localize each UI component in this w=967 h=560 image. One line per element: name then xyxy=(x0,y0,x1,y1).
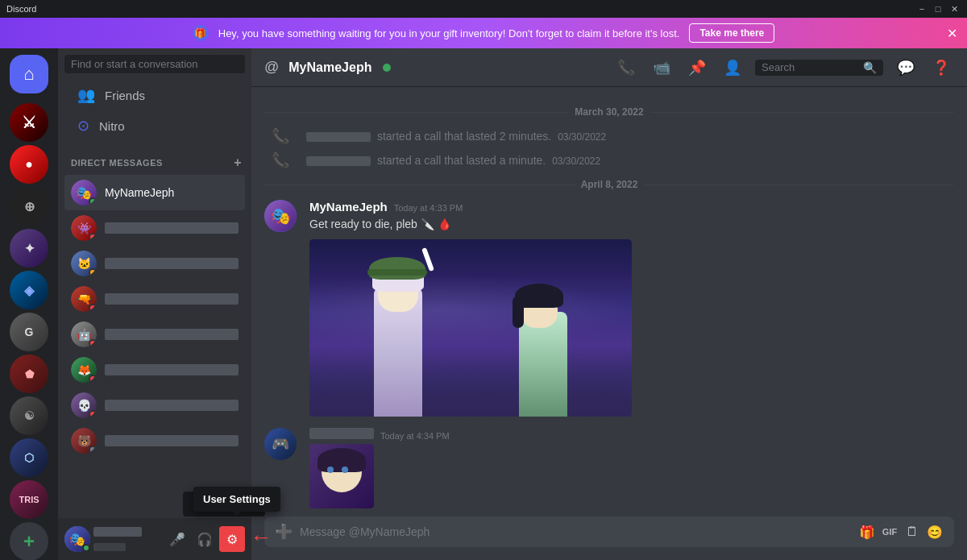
anime-image xyxy=(309,239,632,417)
add-file-button[interactable]: ➕ xyxy=(274,522,293,541)
date-divider-2: April 8, 2022 xyxy=(251,172,967,197)
chat-input[interactable] xyxy=(300,516,851,547)
dm-item-7[interactable]: 💀 xyxy=(64,388,245,423)
gif-button[interactable]: GIF xyxy=(880,522,899,541)
dm-avatar-5: 🤖 xyxy=(71,321,97,347)
chat-area: @ MyNameJeph 📞 📹 📌 👤 🔍 💬 ❓ March 30, 202… xyxy=(251,48,967,560)
system-text-2: started a call that lasted a minute. 03/… xyxy=(306,154,600,167)
banner-close-button[interactable]: ✕ xyxy=(947,26,957,41)
deafen-button[interactable]: 🎧 xyxy=(192,526,218,552)
chat-input-area: ➕ 🎁 GIF 🗒 😊 xyxy=(251,516,967,560)
message-time-2: Today at 4:34 PM xyxy=(380,431,450,441)
dm-item-active[interactable]: 🎭 MyNameJeph xyxy=(64,175,245,210)
gift-button[interactable]: 🎁 xyxy=(857,522,877,541)
user-avatar: 🎭 xyxy=(64,526,90,552)
header-search-input[interactable] xyxy=(762,61,858,73)
status-dot xyxy=(89,197,97,205)
message-avatar-1: 🎭 xyxy=(264,200,297,232)
server-icon-8[interactable]: ☯ xyxy=(10,396,48,435)
user-tag xyxy=(93,543,126,551)
chat-header-name: MyNameJeph xyxy=(288,60,371,75)
maximize-button[interactable]: □ xyxy=(932,2,944,15)
messages-area: March 30, 2022 📞 started a call that las… xyxy=(251,87,967,516)
nitro-icon: ⊙ xyxy=(77,117,89,135)
server-icon-7[interactable]: ⬟ xyxy=(10,355,48,393)
add-friend-button[interactable]: 👤 xyxy=(723,58,742,77)
status-dot-5 xyxy=(89,339,97,347)
header-search[interactable]: 🔍 xyxy=(755,60,883,76)
dm-avatar-2: 👾 xyxy=(71,215,97,241)
server-icon-6[interactable]: G xyxy=(10,313,48,351)
sticker-button[interactable]: 🗒 xyxy=(903,522,922,541)
message-avatar-2: 🎮 xyxy=(264,428,297,460)
dm-name-5 xyxy=(105,329,239,340)
call-icon-2: 📞 xyxy=(272,151,289,169)
dm-avatar-7: 💀 xyxy=(71,392,97,418)
add-server-button[interactable]: + xyxy=(10,522,48,560)
status-dot-4 xyxy=(89,304,97,312)
dm-item-4[interactable]: 🔫 xyxy=(64,281,245,317)
pin-button[interactable]: 📌 xyxy=(687,58,707,77)
main-layout: ⌂ ⚔ ● ⊕ ✦ ◈ G ⬟ ☯ ⬡ TRIS + xyxy=(0,48,967,560)
search-bar-area xyxy=(58,48,251,80)
gift-banner: 🎁 Hey, you have something waiting for yo… xyxy=(0,18,967,48)
search-input[interactable] xyxy=(71,58,239,70)
home-server-icon[interactable]: ⌂ xyxy=(10,55,48,93)
status-dot-7 xyxy=(89,410,97,418)
take-me-there-button[interactable]: Take me there xyxy=(689,23,774,43)
dm-avatar-6: 🦊 xyxy=(71,357,97,383)
search-icon: 🔍 xyxy=(863,61,877,74)
dm-name-7 xyxy=(105,400,239,411)
dm-name-8 xyxy=(105,435,239,446)
username xyxy=(93,527,142,537)
mute-button[interactable]: 🎤 xyxy=(164,526,190,552)
message-header-2: Today at 4:34 PM xyxy=(309,428,954,441)
dm-item-8[interactable]: 🐻 xyxy=(64,423,245,458)
settings-button[interactable]: ⚙ xyxy=(219,526,245,552)
window-controls: − □ ✕ xyxy=(915,2,961,15)
message-header-1: MyNameJeph Today at 4:33 PM xyxy=(309,200,954,214)
nitro-nav-item[interactable]: ⊙ Nitro xyxy=(64,110,245,141)
voice-call-button[interactable]: 📞 xyxy=(616,58,636,77)
banner-text: Hey, you have something waiting for you … xyxy=(218,27,680,39)
inbox-button[interactable]: 💬 xyxy=(896,58,915,77)
dm-name-2 xyxy=(105,222,239,234)
search-input-wrapper[interactable] xyxy=(64,55,245,73)
close-button[interactable]: ✕ xyxy=(948,2,961,15)
nitro-label: Nitro xyxy=(99,119,125,133)
server-icon-1[interactable]: ⚔ xyxy=(10,103,48,142)
friends-label: Friends xyxy=(105,89,145,102)
chat-input-wrapper: ➕ 🎁 GIF 🗒 😊 xyxy=(264,516,954,547)
dm-item-6[interactable]: 🦊 xyxy=(64,352,245,388)
server-icon-9[interactable]: ⬡ xyxy=(10,438,48,477)
server-icon-5[interactable]: ◈ xyxy=(10,271,48,309)
active-dm-name: MyNameJeph xyxy=(105,186,239,199)
dm-item-2[interactable]: 👾 xyxy=(64,210,245,246)
input-right-buttons: 🎁 GIF 🗒 😊 xyxy=(857,522,944,541)
friends-nav-item[interactable]: 👥 Friends xyxy=(64,80,245,110)
system-message-1: 📞 started a call that lasted 2 minutes. … xyxy=(251,124,967,148)
titlebar: Discord − □ ✕ xyxy=(0,0,967,18)
server-icon-3[interactable]: ⊕ xyxy=(10,187,48,226)
system-message-2: 📞 started a call that lasted a minute. 0… xyxy=(251,148,967,172)
caller-name-2 xyxy=(306,156,371,166)
server-icon-4[interactable]: ✦ xyxy=(10,229,48,268)
dm-item-3[interactable]: 🐱 xyxy=(64,246,245,281)
video-call-button[interactable]: 📹 xyxy=(652,58,671,77)
system-text-1: started a call that lasted 2 minutes. 03… xyxy=(306,130,606,143)
server-icon-2[interactable]: ● xyxy=(10,145,48,184)
chat-header: @ MyNameJeph 📞 📹 📌 👤 🔍 💬 ❓ xyxy=(251,48,967,87)
status-dot-3 xyxy=(89,268,97,276)
help-button[interactable]: ❓ xyxy=(932,58,951,77)
minimize-button[interactable]: − xyxy=(915,2,928,15)
app-title: Discord xyxy=(6,4,915,14)
add-dm-button[interactable]: + xyxy=(230,154,245,172)
server-sidebar: ⌂ ⚔ ● ⊕ ✦ ◈ G ⬟ ☯ ⬡ TRIS + xyxy=(0,48,58,560)
call2-time: 03/30/2022 xyxy=(552,156,600,167)
server-icon-10[interactable]: TRIS xyxy=(10,480,48,519)
message-content-2: Today at 4:34 PM xyxy=(309,428,954,508)
call-icon-1: 📞 xyxy=(272,127,289,145)
dm-list: 🎭 MyNameJeph 👾 🐱 xyxy=(58,175,251,518)
dm-item-5[interactable]: 🤖 xyxy=(64,317,245,352)
emoji-button[interactable]: 😊 xyxy=(925,522,944,541)
